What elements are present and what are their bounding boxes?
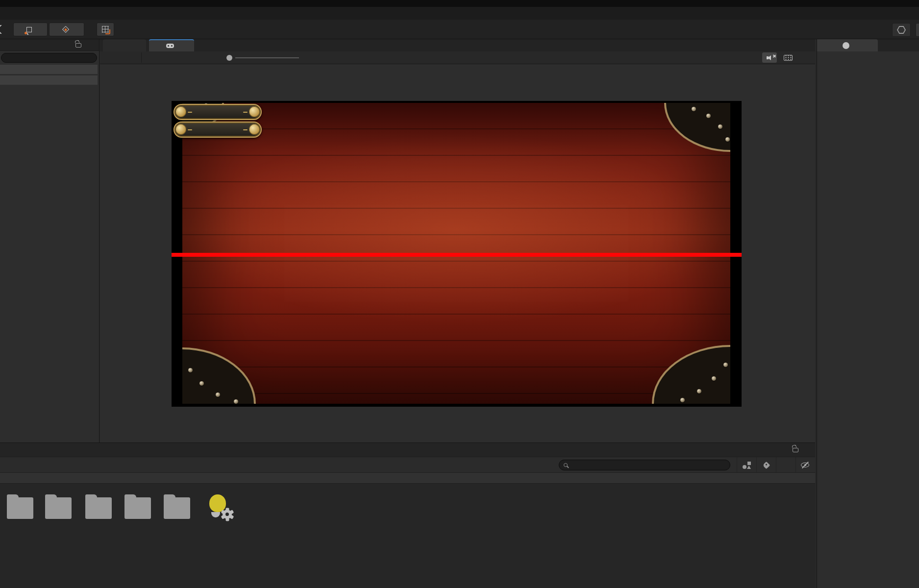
clipped-toolbar-button[interactable] (916, 23, 919, 37)
local-cube-icon (62, 26, 69, 33)
lighting-settings-icon (205, 494, 233, 519)
leaf-ornament-icon (175, 106, 186, 117)
inspector-tab-strip (817, 39, 919, 51)
remove-card-button[interactable] (174, 122, 262, 138)
hidden-items-button[interactable] (795, 457, 815, 473)
center-panel (100, 39, 815, 442)
scale-slider-knob[interactable] (226, 55, 232, 61)
project-search-input[interactable] (571, 462, 725, 468)
game-viewport (172, 101, 742, 407)
asset-folder-plugins[interactable] (79, 490, 118, 524)
game-view-toolbar (100, 51, 815, 64)
folder-icon (124, 497, 151, 519)
tab-inspector[interactable] (817, 39, 878, 51)
project-panel (0, 442, 815, 588)
leaf-ornament-icon (249, 124, 260, 135)
filter-type-icon (743, 462, 751, 469)
local-button[interactable] (49, 23, 84, 36)
mute-audio-icon (767, 55, 773, 61)
unity-editor-window (0, 0, 919, 588)
tag-icon (763, 461, 770, 469)
separator (141, 52, 142, 63)
left-panel-search-input[interactable] (1, 53, 97, 63)
folder-icon (164, 497, 190, 519)
aspect-dropdown[interactable] (145, 51, 219, 64)
tab-game[interactable] (149, 39, 194, 51)
left-panel (0, 39, 99, 442)
hidden-eye-icon (801, 462, 809, 468)
asset-lighting-settings[interactable] (200, 490, 238, 524)
left-panel-header (0, 39, 99, 51)
project-search[interactable] (559, 460, 730, 470)
gear-icon (221, 508, 234, 521)
breadcrumb[interactable] (0, 472, 815, 484)
pivot-button[interactable] (13, 23, 48, 36)
project-toolbar (0, 457, 815, 472)
card-fan (172, 101, 742, 407)
main-toolbar (0, 20, 919, 39)
grid-snap-icon (102, 26, 109, 33)
mute-x-icon (772, 54, 775, 57)
asset-folder-handandd[interactable] (39, 490, 77, 524)
display-dropdown[interactable] (103, 51, 106, 64)
hexagon-icon (897, 26, 906, 34)
info-icon (843, 42, 849, 49)
grid-snap-button[interactable] (97, 23, 114, 36)
project-header (0, 443, 815, 457)
game-toolbar-right (755, 51, 810, 64)
leaf-ornament-icon (175, 124, 186, 135)
scale-control (224, 51, 306, 64)
project-filter-buttons (737, 457, 815, 473)
asset-folder-textmesh[interactable] (158, 490, 196, 524)
folder-icon (45, 497, 72, 519)
transform-tool-icon[interactable] (0, 25, 4, 34)
gamepad-icon (166, 44, 174, 48)
unlock-icon[interactable] (75, 43, 81, 48)
inspector-panel (817, 39, 919, 588)
unlock-icon[interactable] (793, 448, 798, 452)
tab-scene[interactable] (103, 39, 146, 51)
leaf-ornament-icon (249, 106, 260, 117)
search-by-type-button[interactable] (737, 457, 756, 473)
pivot-icon (26, 27, 32, 32)
search-by-label-button[interactable] (756, 457, 776, 473)
asset-folder-resources[interactable] (119, 490, 157, 524)
list-item[interactable] (0, 65, 98, 74)
add-card-button[interactable] (174, 104, 262, 120)
search-icon (564, 463, 568, 467)
mute-audio-button[interactable] (762, 52, 777, 63)
favorites-button[interactable] (776, 457, 795, 473)
title-bar (0, 0, 919, 7)
scale-slider-track[interactable] (235, 57, 299, 58)
keyboard-icon[interactable] (784, 55, 793, 61)
asset-folder-handdeck[interactable] (1, 490, 39, 524)
menu-bar (0, 7, 919, 20)
view-tab-bar (100, 39, 815, 51)
folder-icon (7, 497, 33, 519)
list-item[interactable] (0, 75, 98, 85)
services-button[interactable] (892, 23, 911, 37)
folder-icon (85, 497, 112, 519)
